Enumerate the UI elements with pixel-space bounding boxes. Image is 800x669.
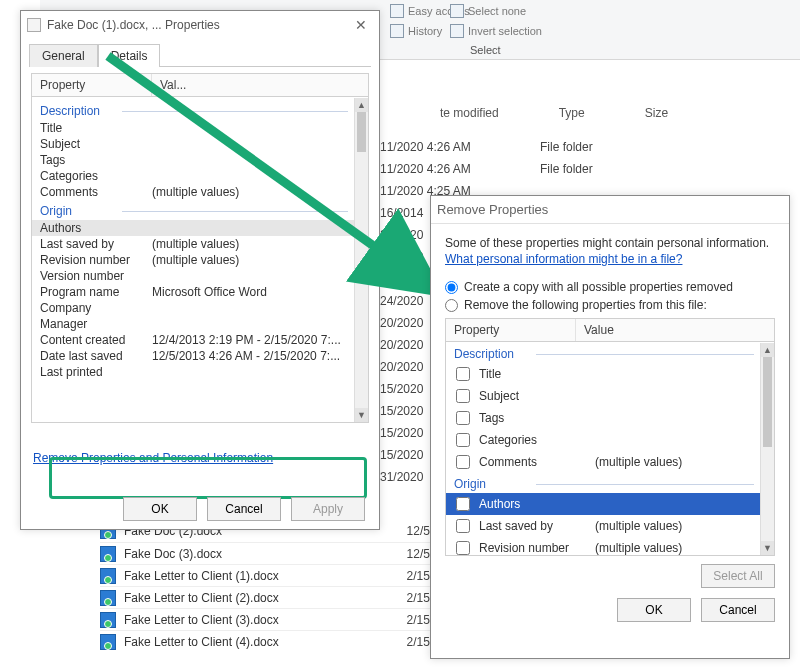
property-row[interactable]: Revision number(multiple values) bbox=[32, 252, 354, 268]
property-key: Subject bbox=[40, 137, 152, 151]
info-link[interactable]: What personal information might be in a … bbox=[445, 252, 682, 266]
file-name: Fake Letter to Client (2).docx bbox=[124, 591, 372, 605]
property-value: (multiple values) bbox=[595, 455, 754, 469]
file-name: Fake Letter to Client (1).docx bbox=[124, 569, 372, 583]
property-row[interactable]: Last saved by(multiple values) bbox=[32, 236, 354, 252]
file-row[interactable]: Fake Doc (3).docx12/5/2013 bbox=[100, 542, 460, 564]
property-checkbox[interactable] bbox=[456, 389, 470, 403]
property-key: Comments bbox=[40, 185, 152, 199]
remove-title: Remove Properties bbox=[437, 202, 548, 217]
ribbon-invert[interactable]: Invert selection bbox=[450, 24, 542, 38]
remove-scrollbar[interactable]: ▲ ▼ bbox=[760, 343, 774, 555]
radio-create-copy[interactable]: Create a copy with all possible properti… bbox=[445, 280, 775, 294]
remove-grid: Property Value DescriptionTitleSubjectTa… bbox=[445, 318, 775, 556]
property-row[interactable]: Title bbox=[32, 120, 354, 136]
ribbon-history[interactable]: History bbox=[390, 24, 442, 38]
property-row[interactable]: Version number bbox=[32, 268, 354, 284]
radio-copy-input[interactable] bbox=[445, 281, 458, 294]
cancel-button[interactable]: Cancel bbox=[207, 497, 281, 521]
properties-tabs: General Details bbox=[29, 43, 371, 67]
property-row[interactable]: Authors bbox=[32, 220, 354, 236]
property-key: Last saved by bbox=[40, 237, 152, 251]
property-checkbox[interactable] bbox=[456, 411, 470, 425]
property-key: Last printed bbox=[40, 365, 152, 379]
cancel-button[interactable]: Cancel bbox=[701, 598, 775, 622]
group-header: Origin bbox=[446, 473, 760, 493]
property-checkbox[interactable] bbox=[456, 519, 470, 533]
property-row[interactable]: Categories bbox=[32, 168, 354, 184]
property-value: (multiple values) bbox=[595, 541, 754, 555]
property-checkbox[interactable] bbox=[456, 497, 470, 511]
invert-icon bbox=[450, 24, 464, 38]
radio-remove-input[interactable] bbox=[445, 299, 458, 312]
col-property[interactable]: Property bbox=[32, 74, 152, 96]
property-checkbox[interactable] bbox=[456, 455, 470, 469]
property-row[interactable]: Last printed bbox=[32, 364, 354, 380]
scroll-down-icon[interactable]: ▼ bbox=[761, 541, 774, 555]
property-value bbox=[152, 317, 346, 331]
ribbon-select-none[interactable]: Select none bbox=[450, 4, 526, 18]
radio-remove-following[interactable]: Remove the following properties from thi… bbox=[445, 298, 775, 312]
file-row[interactable]: Fake Letter to Client (3).docx2/15/2020 bbox=[100, 608, 460, 630]
file-row[interactable]: Fake Letter to Client (4).docx2/15/2020 bbox=[100, 630, 460, 652]
remove-property-row[interactable]: Revision number(multiple values) bbox=[446, 537, 760, 555]
properties-buttons: OK Cancel Apply bbox=[21, 497, 379, 521]
select-all-button[interactable]: Select All bbox=[701, 564, 775, 588]
remove-property-row[interactable]: Comments(multiple values) bbox=[446, 451, 760, 473]
property-checkbox[interactable] bbox=[456, 541, 470, 555]
remove-grid-header: Property Value bbox=[446, 319, 774, 342]
col-date[interactable]: te modified bbox=[440, 106, 499, 120]
remove-property-row[interactable]: Last saved by(multiple values) bbox=[446, 515, 760, 537]
scroll-up-icon[interactable]: ▲ bbox=[761, 343, 774, 357]
col-value[interactable]: Val... bbox=[152, 74, 194, 96]
file-name: Fake Letter to Client (4).docx bbox=[124, 635, 372, 649]
word-doc-icon bbox=[100, 612, 116, 628]
group-header: Origin bbox=[32, 200, 354, 220]
remove-property-row[interactable]: Subject bbox=[446, 385, 760, 407]
property-key: Subject bbox=[479, 389, 589, 403]
property-row[interactable]: Company bbox=[32, 300, 354, 316]
property-row[interactable]: Program nameMicrosoft Office Word bbox=[32, 284, 354, 300]
property-checkbox[interactable] bbox=[456, 433, 470, 447]
rcol-value[interactable]: Value bbox=[576, 319, 622, 341]
col-type[interactable]: Type bbox=[559, 106, 585, 120]
scroll-up-icon[interactable]: ▲ bbox=[355, 98, 368, 112]
rcol-property[interactable]: Property bbox=[446, 319, 576, 341]
property-key: Tags bbox=[40, 153, 152, 167]
property-checkbox[interactable] bbox=[456, 367, 470, 381]
property-value bbox=[152, 221, 346, 235]
explorer-row[interactable]: 11/2020 4:26 AMFile folder bbox=[380, 158, 800, 180]
property-value bbox=[152, 153, 346, 167]
property-key: Categories bbox=[40, 169, 152, 183]
ribbon-group-select: Select bbox=[470, 44, 501, 56]
property-key: Comments bbox=[479, 455, 589, 469]
remove-property-row[interactable]: Authors bbox=[446, 493, 760, 515]
remove-property-row[interactable]: Tags bbox=[446, 407, 760, 429]
property-key: Title bbox=[479, 367, 589, 381]
remove-property-row[interactable]: Title bbox=[446, 363, 760, 385]
file-row[interactable]: Fake Letter to Client (2).docx2/15/2020 bbox=[100, 586, 460, 608]
remove-property-row[interactable]: Categories bbox=[446, 429, 760, 451]
ok-button[interactable]: OK bbox=[123, 497, 197, 521]
close-icon[interactable]: ✕ bbox=[349, 17, 373, 33]
tab-general[interactable]: General bbox=[29, 44, 98, 67]
tab-details[interactable]: Details bbox=[98, 44, 161, 67]
property-row[interactable]: Subject bbox=[32, 136, 354, 152]
remove-titlebar[interactable]: Remove Properties bbox=[431, 196, 789, 224]
property-row[interactable]: Manager bbox=[32, 316, 354, 332]
ok-button[interactable]: OK bbox=[617, 598, 691, 622]
property-row[interactable]: Comments(multiple values) bbox=[32, 184, 354, 200]
scroll-thumb[interactable] bbox=[357, 112, 366, 152]
col-size[interactable]: Size bbox=[645, 106, 668, 120]
property-row[interactable]: Tags bbox=[32, 152, 354, 168]
explorer-row[interactable]: 11/2020 4:26 AMFile folder bbox=[380, 136, 800, 158]
scroll-thumb[interactable] bbox=[763, 357, 772, 447]
apply-button[interactable]: Apply bbox=[291, 497, 365, 521]
scroll-down-icon[interactable]: ▼ bbox=[355, 408, 368, 422]
property-row[interactable]: Content created12/4/2013 2:19 PM - 2/15/… bbox=[32, 332, 354, 348]
select-none-icon bbox=[450, 4, 464, 18]
file-row[interactable]: Fake Letter to Client (1).docx2/15/2020 bbox=[100, 564, 460, 586]
scrollbar[interactable]: ▲ ▼ bbox=[354, 98, 368, 422]
properties-titlebar[interactable]: Fake Doc (1).docx, ... Properties ✕ bbox=[21, 11, 379, 39]
property-row[interactable]: Date last saved12/5/2013 4:26 AM - 2/15/… bbox=[32, 348, 354, 364]
